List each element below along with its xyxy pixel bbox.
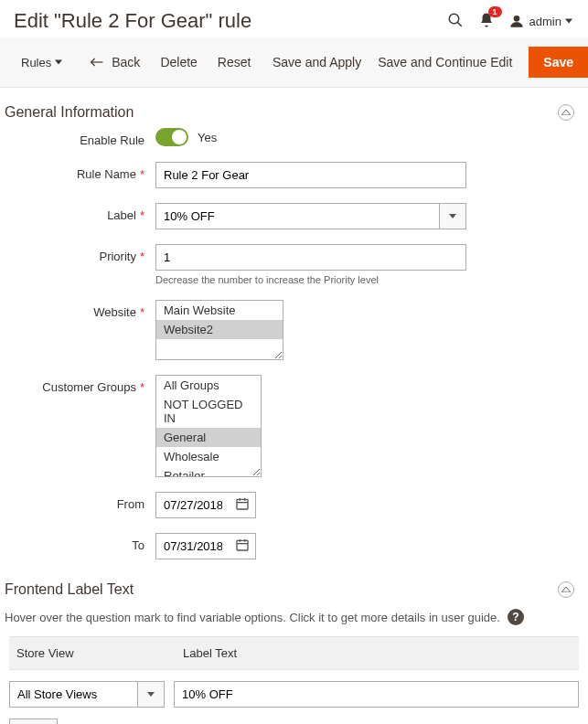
from-label: From: [0, 492, 155, 511]
website-multiselect[interactable]: Main Website Website2: [155, 300, 283, 360]
label-text-header: Label Text: [183, 646, 579, 660]
chevron-down-icon[interactable]: [439, 203, 466, 229]
label-text-input[interactable]: [174, 681, 579, 708]
user-name: admin: [529, 15, 561, 28]
customer-groups-multiselect[interactable]: All Groups NOT LOGGED IN General Wholesa…: [155, 375, 262, 477]
customer-groups-label: Customer Groups: [42, 380, 136, 394]
notifications-icon[interactable]: 1: [478, 12, 495, 31]
label-select[interactable]: [155, 203, 466, 229]
to-date-input[interactable]: [156, 534, 230, 559]
chevron-down-icon[interactable]: [137, 681, 165, 708]
chevron-down-icon: [55, 59, 62, 66]
section-title: Frontend Label Text: [5, 581, 134, 598]
save-apply-button[interactable]: Save and Apply: [273, 55, 361, 69]
search-icon[interactable]: [447, 12, 464, 31]
frontend-note: Hover over the question mark to find var…: [0, 605, 588, 636]
frontend-section-header: Frontend Label Text: [0, 574, 588, 605]
rule-name-input[interactable]: [155, 162, 466, 188]
to-label: To: [0, 533, 155, 552]
website-label: Website: [93, 305, 136, 319]
rule-name-label: Rule Name: [77, 167, 136, 181]
store-view-select[interactable]: [9, 681, 165, 708]
action-toolbar: Rules Back Delete Reset Save and Apply S…: [0, 37, 588, 88]
svg-rect-4: [237, 499, 248, 509]
from-date-input[interactable]: [156, 493, 230, 517]
page-title: Edit "Rule 2 For Gear" rule: [14, 9, 251, 33]
general-section-header: General Information: [0, 88, 588, 128]
customer-group-option[interactable]: General: [156, 428, 261, 447]
save-button[interactable]: Save: [529, 47, 588, 78]
arrow-left-icon: [90, 57, 104, 68]
general-section-body: Enable Rule Yes Rule Name* Label* Priori…: [0, 128, 588, 559]
frontend-table: Store View Label Text Add: [0, 636, 588, 724]
delete-button[interactable]: Delete: [160, 55, 197, 69]
enable-rule-label: Enable Rule: [0, 128, 155, 147]
enable-rule-toggle[interactable]: [155, 128, 188, 146]
page-header: Edit "Rule 2 For Gear" rule 1 admin: [0, 0, 588, 37]
customer-group-option[interactable]: Wholesale: [156, 447, 261, 466]
notification-badge: 1: [488, 6, 502, 17]
priority-hint: Decrease the number to increase the Prio…: [155, 274, 466, 285]
collapse-icon[interactable]: [558, 581, 574, 598]
svg-point-0: [449, 14, 459, 24]
customer-group-option[interactable]: All Groups: [156, 376, 261, 395]
calendar-icon[interactable]: [230, 538, 255, 555]
label-label: Label: [107, 208, 136, 222]
back-button[interactable]: Back: [90, 55, 140, 69]
user-menu[interactable]: admin: [509, 14, 574, 28]
website-option[interactable]: Website2: [156, 320, 283, 339]
header-actions: 1 admin: [447, 12, 574, 31]
table-row: [9, 670, 579, 719]
svg-line-1: [457, 22, 462, 27]
save-continue-button[interactable]: Save and Continue Edit: [378, 55, 512, 69]
customer-group-option[interactable]: NOT LOGGED IN: [156, 395, 261, 428]
priority-input[interactable]: [155, 244, 466, 271]
reset-button[interactable]: Reset: [218, 55, 251, 69]
enable-rule-value: Yes: [198, 131, 217, 144]
svg-point-2: [513, 16, 519, 22]
collapse-icon[interactable]: [558, 104, 574, 121]
chevron-down-icon: [565, 17, 572, 25]
rules-dropdown[interactable]: Rules: [14, 52, 69, 73]
help-icon[interactable]: ?: [508, 609, 524, 625]
store-view-header: Store View: [9, 646, 183, 660]
website-option[interactable]: Main Website: [156, 301, 283, 320]
svg-rect-8: [237, 540, 248, 550]
section-title: General Information: [5, 104, 134, 121]
calendar-icon[interactable]: [230, 496, 255, 514]
add-button[interactable]: Add: [9, 719, 58, 724]
priority-label: Priority: [99, 250, 135, 263]
customer-group-option[interactable]: Retailer: [156, 466, 261, 477]
